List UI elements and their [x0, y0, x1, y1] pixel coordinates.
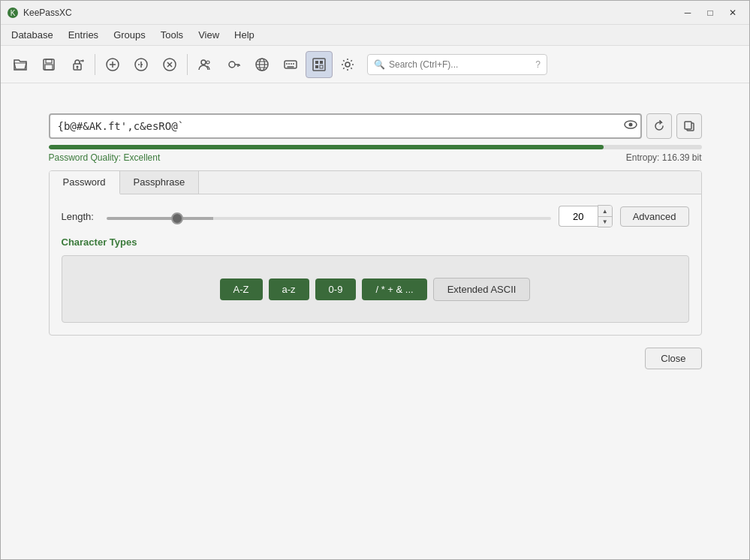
- svg-rect-37: [315, 61, 318, 64]
- lock-db-button[interactable]: [64, 51, 91, 78]
- length-decrement-button[interactable]: ▼: [598, 216, 612, 227]
- titlebar: K KeePassXC ─ □ ✕: [1, 1, 749, 25]
- delete-entry-button[interactable]: [156, 51, 183, 78]
- tab-password[interactable]: Password: [50, 171, 120, 194]
- svg-point-6: [77, 65, 79, 68]
- menu-help[interactable]: Help: [227, 26, 262, 44]
- search-box[interactable]: 🔍 ?: [367, 54, 547, 75]
- search-help-icon[interactable]: ?: [535, 59, 541, 70]
- app-icon: K: [7, 7, 19, 19]
- length-input[interactable]: 20: [559, 206, 598, 227]
- users-icon: [197, 57, 212, 72]
- browser-integration-button[interactable]: [248, 51, 276, 78]
- length-increment-button[interactable]: ▲: [598, 206, 612, 216]
- quality-bar-wrap: [49, 145, 702, 149]
- delete-icon: [162, 57, 177, 72]
- edit-icon: [134, 57, 149, 72]
- minimize-button[interactable]: ─: [677, 4, 698, 22]
- char-types-label: Character Types: [62, 236, 689, 248]
- search-input[interactable]: [389, 59, 535, 70]
- maximize-button[interactable]: □: [700, 4, 721, 22]
- tabs-panel: Password Passphrase Length: 20 ▲: [49, 170, 702, 336]
- close-generator-button[interactable]: Close: [645, 348, 701, 369]
- svg-point-20: [206, 61, 209, 64]
- tab-content-password: Length: 20 ▲ ▼ Advanced: [50, 194, 701, 335]
- svg-rect-40: [320, 65, 323, 68]
- user-management-button[interactable]: [191, 51, 218, 78]
- password-gen-button[interactable]: [220, 51, 247, 78]
- titlebar-controls: ─ □ ✕: [677, 4, 743, 22]
- quality-info-row: Password Quality: Excellent Entropy: 116…: [49, 152, 702, 163]
- folder-open-icon: [13, 57, 28, 72]
- menu-database[interactable]: Database: [4, 26, 61, 44]
- open-db-button[interactable]: [7, 51, 34, 78]
- keyboard-icon: [283, 57, 298, 72]
- content-area: Password Quality: Excellent Entropy: 116…: [1, 83, 749, 559]
- length-row: Length: 20 ▲ ▼ Advanced: [62, 205, 689, 227]
- refresh-icon: [653, 120, 665, 132]
- slider-wrap: [107, 211, 551, 222]
- key-icon: [226, 57, 241, 72]
- edit-entry-button[interactable]: [128, 51, 155, 78]
- separator-2: [187, 54, 188, 75]
- new-entry-button[interactable]: [99, 51, 126, 78]
- entropy-label: Entropy: 116.39 bit: [626, 152, 702, 163]
- menu-view[interactable]: View: [191, 26, 227, 44]
- main-window: K KeePassXC ─ □ ✕ Database Entries Group…: [0, 0, 750, 560]
- copy-icon: [683, 120, 695, 132]
- length-slider[interactable]: [107, 217, 551, 220]
- save-icon: [41, 57, 56, 72]
- footer-row: Close: [49, 348, 702, 369]
- svg-point-21: [229, 62, 235, 68]
- password-input[interactable]: [49, 113, 642, 139]
- menu-entries[interactable]: Entries: [61, 26, 106, 44]
- svg-point-43: [628, 123, 632, 127]
- svg-point-19: [201, 60, 206, 65]
- tab-passphrase[interactable]: Passphrase: [120, 171, 200, 194]
- svg-rect-4: [45, 65, 53, 70]
- window-title: KeePassXC: [23, 8, 677, 18]
- menubar: Database Entries Groups Tools View Help: [1, 25, 749, 46]
- toggle-visibility-button[interactable]: [624, 119, 637, 133]
- advanced-button[interactable]: Advanced: [620, 206, 689, 227]
- settings-button[interactable]: [334, 51, 361, 78]
- tabs-header: Password Passphrase: [50, 171, 701, 194]
- search-icon: 🔍: [374, 59, 385, 70]
- generator-panel: Password Quality: Excellent Entropy: 116…: [49, 113, 702, 369]
- globe-icon: [255, 57, 270, 72]
- svg-marker-9: [83, 59, 84, 62]
- svg-rect-36: [313, 59, 325, 71]
- grid-icon: [312, 57, 327, 72]
- svg-point-41: [345, 62, 350, 67]
- eye-icon: [624, 119, 637, 130]
- copy-password-button[interactable]: [676, 113, 702, 139]
- svg-text:K: K: [11, 9, 16, 17]
- svg-rect-38: [320, 61, 323, 64]
- quality-label: Password Quality: Excellent: [49, 152, 161, 163]
- svg-rect-45: [685, 122, 691, 129]
- char-btn-extended[interactable]: Extended ASCII: [433, 278, 531, 301]
- char-btn-digits[interactable]: 0-9: [315, 278, 357, 300]
- separator-1: [95, 54, 95, 75]
- close-window-button[interactable]: ✕: [722, 4, 743, 22]
- password-input-row: [49, 113, 702, 139]
- password-input-wrap: [49, 113, 642, 139]
- add-icon: [105, 57, 120, 72]
- length-spinner: ▲ ▼: [598, 205, 613, 227]
- quality-bar-background: [49, 145, 702, 149]
- quality-bar-fill: [49, 145, 604, 149]
- char-types-area: A-Z a-z 0-9 / * + & ... Extended ASCII: [62, 255, 689, 323]
- svg-rect-39: [315, 65, 318, 68]
- save-db-button[interactable]: [35, 51, 62, 78]
- length-input-wrap: 20 ▲ ▼: [559, 205, 613, 227]
- menu-tools[interactable]: Tools: [153, 26, 191, 44]
- char-btn-lowercase[interactable]: a-z: [269, 278, 309, 300]
- menu-groups[interactable]: Groups: [106, 26, 153, 44]
- toolbar: 🔍 ?: [1, 46, 749, 83]
- lock-icon: [70, 57, 85, 72]
- autotype-button[interactable]: [277, 51, 304, 78]
- generator-panel-button[interactable]: [306, 51, 333, 78]
- regenerate-button[interactable]: [646, 113, 672, 139]
- char-btn-special[interactable]: / * + & ...: [362, 278, 426, 300]
- char-btn-uppercase[interactable]: A-Z: [220, 278, 263, 300]
